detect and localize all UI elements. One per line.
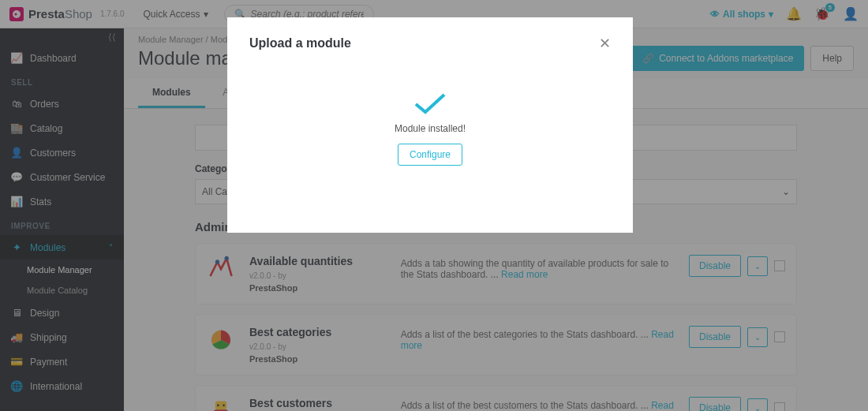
modal-message: Module installed! xyxy=(249,123,611,134)
configure-button[interactable]: Configure xyxy=(398,144,462,166)
close-icon[interactable]: ✕ xyxy=(599,35,611,52)
check-icon xyxy=(413,92,447,115)
modal-title: Upload a module xyxy=(249,36,351,50)
upload-module-modal: Upload a module ✕ Module installed! Conf… xyxy=(227,17,633,233)
